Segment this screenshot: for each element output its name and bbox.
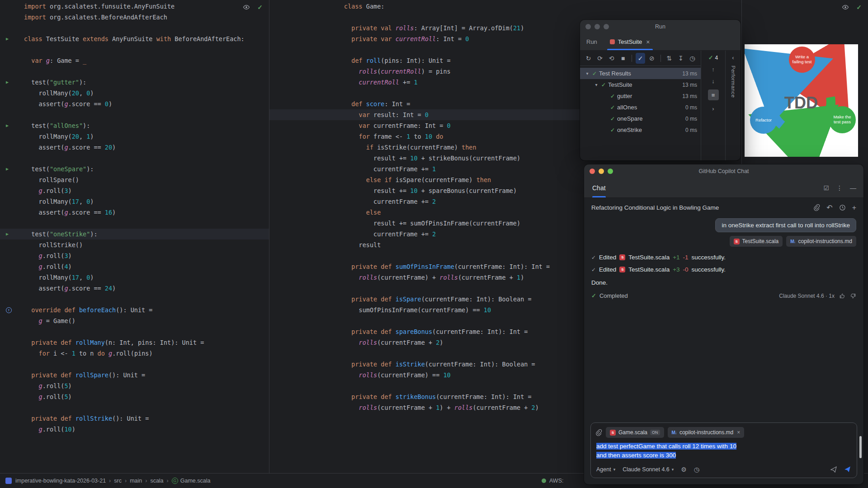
code-text: g = Game() bbox=[24, 317, 75, 324]
run-class-icon[interactable]: ▶ bbox=[6, 37, 9, 41]
test-tree-row[interactable]: ▾✓Test Results13 ms bbox=[580, 68, 701, 79]
test-duration: 0 ms bbox=[685, 104, 701, 111]
navigate-down-icon[interactable]: ↧ bbox=[676, 53, 685, 64]
file-chip[interactable]: M↓copilot-instructions.md× bbox=[668, 427, 745, 438]
event-file-name[interactable]: TestSuite.scala bbox=[628, 254, 670, 261]
test-tree-row[interactable]: ✓oneSpare0 ms bbox=[580, 113, 701, 124]
code-text: var result: Int = 0 bbox=[344, 111, 429, 118]
tab-performance[interactable]: Performance bbox=[731, 66, 736, 98]
tab-run[interactable]: Run bbox=[580, 33, 604, 50]
show-passed-filter-icon[interactable]: ✓ bbox=[636, 53, 645, 64]
thumbs-up-icon[interactable] bbox=[839, 293, 845, 299]
rerun-icon[interactable]: ↻ bbox=[584, 53, 593, 64]
history-icon[interactable] bbox=[839, 204, 846, 211]
undo-icon[interactable]: ↶ bbox=[826, 203, 832, 212]
event-file-name[interactable]: TestSuite.scala bbox=[628, 266, 670, 273]
minimize-window-icon[interactable] bbox=[594, 24, 600, 29]
breadcrumb-item[interactable]: imperative-bowling-kata-2026-03-21 bbox=[15, 478, 106, 484]
file-chip[interactable]: M↓copilot-instructions.md bbox=[786, 236, 856, 247]
test-tree-row[interactable]: ✓allOnes0 ms bbox=[580, 102, 701, 113]
model-select-value: Claude Sonnet 4.6 bbox=[623, 466, 670, 473]
rerun-failed-icon[interactable]: ⟳ bbox=[595, 53, 604, 64]
tab-chat[interactable]: Chat bbox=[592, 178, 606, 197]
remove-chip-icon[interactable]: × bbox=[737, 429, 740, 436]
breadcrumb-item[interactable]: main bbox=[130, 478, 142, 484]
test-tree-row[interactable]: ▾✓TestSuite13 ms bbox=[580, 79, 701, 90]
file-chip[interactable]: SGame.scalaON bbox=[606, 427, 664, 438]
tab-testsuite[interactable]: TestSuite × bbox=[604, 33, 656, 50]
copilot-titlebar[interactable]: GitHub Copilot Chat bbox=[584, 164, 863, 178]
test-tree-row[interactable]: ✓gutter13 ms bbox=[580, 90, 701, 102]
chat-input-box[interactable]: SGame.scalaONM↓copilot-instructions.md× … bbox=[590, 422, 857, 478]
code-text: assert(g.score == 16) bbox=[24, 209, 116, 216]
show-ignored-filter-icon[interactable]: ⊘ bbox=[647, 53, 656, 64]
code-text: currentFrame += 2 bbox=[344, 198, 436, 205]
no-problems-check-icon[interactable]: ✓ bbox=[856, 4, 862, 11]
run-tab-bar: Run TestSuite × bbox=[580, 33, 741, 51]
chat-scrollbar[interactable] bbox=[859, 436, 862, 458]
thumbs-down-icon[interactable] bbox=[850, 293, 856, 299]
scala-file-icon: S bbox=[734, 239, 740, 244]
diff-removed: -0 bbox=[683, 266, 689, 273]
zoom-window-icon[interactable] bbox=[608, 169, 613, 174]
chat-input-field[interactable]: add test perfectGame that calls roll 12 … bbox=[591, 440, 857, 463]
code-text: g.roll(5) bbox=[24, 393, 72, 400]
run-test-icon[interactable]: ▶ bbox=[6, 123, 9, 128]
code-line bbox=[0, 109, 269, 120]
code-line: private def rollSpare(): Unit = bbox=[0, 370, 269, 380]
zoom-window-icon[interactable] bbox=[604, 24, 609, 29]
inspections-eye-icon[interactable] bbox=[842, 4, 849, 11]
tree-options-icon[interactable]: ≡ bbox=[708, 89, 719, 100]
mode-select[interactable]: Agent ▾ bbox=[596, 466, 615, 473]
schedule-send-icon[interactable] bbox=[830, 466, 837, 473]
test-results-tree[interactable]: ▾✓Test Results13 ms▾✓TestSuite13 ms✓gutt… bbox=[580, 66, 701, 160]
run-test-icon[interactable]: ▶ bbox=[6, 80, 9, 84]
expand-panel-icon[interactable]: › bbox=[712, 105, 714, 112]
minimize-panel-icon[interactable]: — bbox=[850, 184, 856, 192]
layout-toggle-icon[interactable]: ☑ bbox=[823, 184, 829, 192]
breadcrumb-item[interactable]: scala bbox=[150, 478, 163, 484]
sort-icon[interactable]: ⇅ bbox=[665, 53, 674, 64]
previous-test-icon[interactable]: ↑ bbox=[712, 66, 715, 73]
usage-timer-icon[interactable]: ◷ bbox=[694, 466, 699, 473]
close-window-icon[interactable] bbox=[590, 169, 595, 174]
diff-removed: -1 bbox=[683, 254, 689, 261]
run-test-icon[interactable]: ▶ bbox=[6, 232, 9, 236]
override-marker-icon[interactable]: ↑ bbox=[6, 307, 12, 313]
chevron-down-icon[interactable]: ▾ bbox=[585, 71, 590, 76]
restart-icon[interactable]: ⟲ bbox=[607, 53, 616, 64]
run-window-titlebar[interactable]: Run bbox=[580, 20, 741, 33]
testsuite-code[interactable]: import org.scalatest.funsuite.AnyFunSuit… bbox=[0, 0, 269, 435]
attach-icon[interactable] bbox=[813, 204, 820, 211]
test-duration: 0 ms bbox=[685, 116, 701, 122]
breadcrumb-item[interactable]: Game.scala bbox=[180, 478, 211, 484]
editor-testsuite[interactable]: ✓ import org.scalatest.funsuite.AnyFunSu… bbox=[0, 0, 269, 473]
attach-icon[interactable] bbox=[595, 429, 602, 436]
code-text: for frame <- 1 to 10 do bbox=[344, 133, 443, 140]
code-text: rollMany(20, 0) bbox=[24, 89, 94, 97]
chevron-down-icon[interactable]: ▾ bbox=[594, 82, 599, 87]
new-chat-icon[interactable]: + bbox=[852, 204, 856, 212]
no-problems-check-icon[interactable]: ✓ bbox=[257, 4, 263, 11]
inspections-eye-icon[interactable] bbox=[243, 4, 250, 11]
minimize-window-icon[interactable] bbox=[599, 169, 604, 174]
stop-icon[interactable]: ■ bbox=[618, 53, 627, 64]
code-text: rolls(currentFrame + 2) bbox=[344, 339, 443, 346]
kebab-menu-icon[interactable]: ⋮ bbox=[836, 184, 843, 192]
next-test-icon[interactable]: ↓ bbox=[712, 78, 715, 84]
test-tree-row[interactable]: ✓oneStrike0 ms bbox=[580, 124, 701, 136]
close-tab-icon[interactable]: × bbox=[646, 38, 650, 46]
code-text: rolls(currentFrame + 1) + rolls(currentF… bbox=[344, 404, 539, 411]
run-test-icon[interactable]: ▶ bbox=[6, 167, 9, 171]
model-select[interactable]: Claude Sonnet 4.6 ▾ bbox=[623, 466, 674, 473]
file-chip[interactable]: STestSuite.scala bbox=[730, 236, 783, 247]
tools-icon[interactable]: ⚙ bbox=[681, 466, 687, 473]
breadcrumb-item[interactable]: src bbox=[114, 478, 122, 484]
code-text: def roll(pins: Int): Unit = bbox=[344, 57, 451, 64]
code-text: import org.scalatest.funsuite.AnyFunSuit… bbox=[24, 3, 175, 10]
close-window-icon[interactable] bbox=[585, 24, 591, 29]
collapse-strip-icon[interactable]: ‹ bbox=[732, 54, 734, 61]
test-history-icon[interactable]: ◷ bbox=[688, 53, 697, 64]
aws-status[interactable]: AWS: bbox=[542, 478, 563, 484]
send-icon[interactable] bbox=[844, 465, 851, 473]
